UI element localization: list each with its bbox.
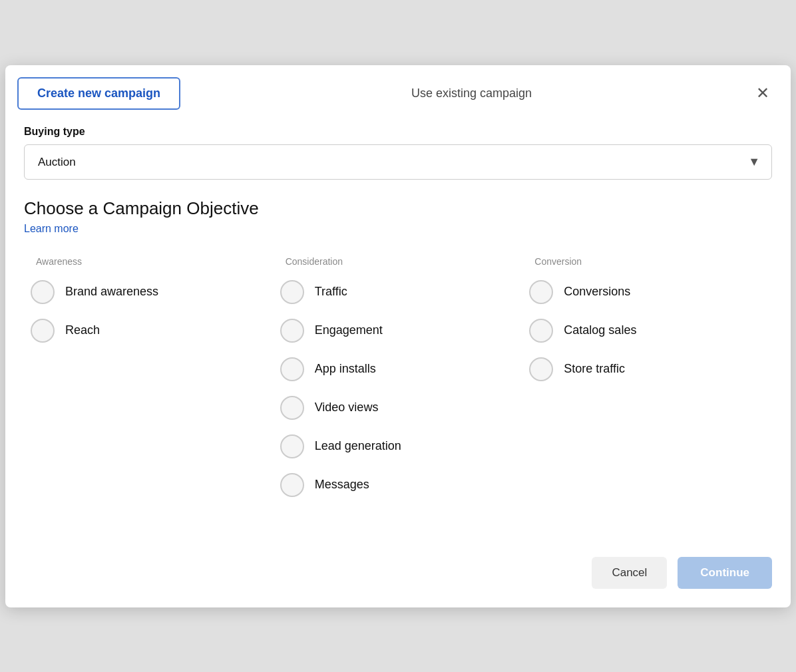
radio-app-installs[interactable] bbox=[280, 357, 304, 381]
conversions-label: Conversions bbox=[564, 285, 630, 299]
reach-label: Reach bbox=[65, 323, 100, 337]
campaign-objective-title: Choose a Campaign Objective bbox=[24, 198, 772, 219]
brand-awareness-label: Brand awareness bbox=[65, 285, 158, 299]
consideration-header: Consideration bbox=[280, 256, 516, 267]
messages-label: Messages bbox=[315, 478, 369, 492]
learn-more-link[interactable]: Learn more bbox=[24, 223, 79, 235]
conversion-header: Conversion bbox=[529, 256, 765, 267]
radio-store-traffic[interactable] bbox=[529, 357, 553, 381]
option-conversions[interactable]: Conversions bbox=[529, 280, 765, 304]
conversion-column: Conversion Conversions Catalog sales Sto… bbox=[522, 256, 772, 512]
option-app-installs[interactable]: App installs bbox=[280, 357, 516, 381]
lead-generation-label: Lead generation bbox=[315, 439, 401, 453]
radio-brand-awareness[interactable] bbox=[31, 280, 55, 304]
buying-type-wrapper: Auction Reach and frequency TRP buying ▼ bbox=[24, 144, 772, 180]
app-installs-label: App installs bbox=[315, 362, 376, 376]
radio-reach[interactable] bbox=[31, 319, 55, 343]
option-video-views[interactable]: Video views bbox=[280, 396, 516, 420]
video-views-label: Video views bbox=[315, 401, 379, 415]
close-button[interactable]: ✕ bbox=[751, 83, 775, 104]
awareness-column: Awareness Brand awareness Reach bbox=[24, 256, 274, 512]
dialog-footer: Cancel Continue bbox=[5, 557, 791, 607]
option-lead-generation[interactable]: Lead generation bbox=[280, 434, 516, 458]
radio-video-views[interactable] bbox=[280, 396, 304, 420]
radio-engagement[interactable] bbox=[280, 319, 304, 343]
option-reach[interactable]: Reach bbox=[31, 319, 267, 343]
option-traffic[interactable]: Traffic bbox=[280, 280, 516, 304]
radio-traffic[interactable] bbox=[280, 280, 304, 304]
continue-button[interactable]: Continue bbox=[678, 557, 772, 589]
radio-lead-generation[interactable] bbox=[280, 434, 304, 458]
buying-type-select[interactable]: Auction Reach and frequency TRP buying bbox=[24, 144, 772, 180]
option-engagement[interactable]: Engagement bbox=[280, 319, 516, 343]
option-store-traffic[interactable]: Store traffic bbox=[529, 357, 765, 381]
option-messages[interactable]: Messages bbox=[280, 473, 516, 497]
dialog-header: Create new campaign Use existing campaig… bbox=[5, 65, 791, 110]
option-brand-awareness[interactable]: Brand awareness bbox=[31, 280, 267, 304]
buying-type-label: Buying type bbox=[24, 126, 772, 138]
consideration-column: Consideration Traffic Engagement App ins… bbox=[274, 256, 523, 512]
catalog-sales-label: Catalog sales bbox=[564, 323, 636, 337]
create-campaign-dialog: Create new campaign Use existing campaig… bbox=[5, 65, 791, 607]
store-traffic-label: Store traffic bbox=[564, 362, 625, 376]
objectives-grid: Awareness Brand awareness Reach Consider… bbox=[24, 256, 772, 512]
traffic-label: Traffic bbox=[315, 285, 347, 299]
tab-create-campaign[interactable]: Create new campaign bbox=[17, 77, 180, 110]
radio-conversions[interactable] bbox=[529, 280, 553, 304]
cancel-button[interactable]: Cancel bbox=[592, 557, 667, 589]
dialog-body: Buying type Auction Reach and frequency … bbox=[5, 110, 791, 557]
awareness-header: Awareness bbox=[31, 256, 267, 267]
radio-messages[interactable] bbox=[280, 473, 304, 497]
option-catalog-sales[interactable]: Catalog sales bbox=[529, 319, 765, 343]
tab-use-existing[interactable]: Use existing campaign bbox=[192, 79, 751, 108]
radio-catalog-sales[interactable] bbox=[529, 319, 553, 343]
engagement-label: Engagement bbox=[315, 323, 383, 337]
